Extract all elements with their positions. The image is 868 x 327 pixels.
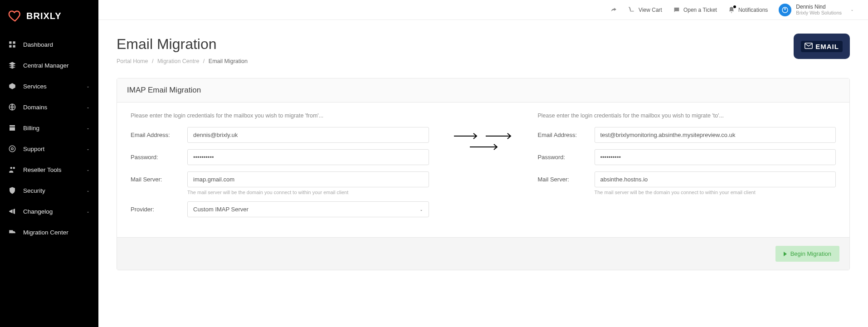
sidebar-item-label: Services [23, 83, 90, 90]
user-org: Brixly Web Solutions [796, 10, 842, 16]
sidebar-item-label: Security [23, 187, 90, 194]
from-mailserver-helper: The mail server will be the domain you c… [187, 190, 429, 195]
sidebar-item-domains[interactable]: Domains [0, 97, 98, 117]
svg-point-8 [13, 167, 15, 169]
user-name: Dennis Nind [796, 4, 842, 10]
open-ticket-button[interactable]: Open a Ticket [673, 6, 717, 14]
sidebar-item-label: Changelog [23, 208, 90, 215]
card-title: IMAP Email Migration [117, 78, 849, 102]
from-mailserver-input[interactable] [187, 171, 429, 187]
sidebar-item-changelog[interactable]: Changelog [0, 201, 98, 222]
truck-icon [8, 228, 16, 236]
sidebar-item-label: Central Manager [23, 62, 90, 69]
sidebar-item-label: Dashboard [23, 41, 90, 48]
breadcrumb-link[interactable]: Portal Home [117, 58, 148, 64]
svg-point-10 [13, 233, 15, 234]
email-badge-label: EMAIL [815, 43, 839, 50]
brand-heart-icon [8, 9, 22, 23]
dashboard-icon [8, 40, 16, 49]
reseller-tools-icon [8, 166, 16, 174]
to-column: Please enter the login credentials for t… [538, 112, 836, 224]
notifications-button[interactable]: Notifications [728, 6, 768, 14]
brand-logo[interactable]: BRIXLY [0, 5, 98, 34]
chevron-down-icon [86, 209, 90, 214]
share-button[interactable] [610, 6, 617, 14]
from-mailserver-label: Mail Server: [131, 176, 187, 183]
services-icon [8, 82, 16, 90]
shield-icon [8, 186, 16, 195]
breadcrumb: Portal Home / Migration Centre / Email M… [117, 58, 850, 64]
chevron-down-icon [86, 126, 90, 130]
sidebar-item-security[interactable]: Security [0, 180, 98, 201]
from-provider-select[interactable]: Custom IMAP Server [187, 201, 429, 217]
open-ticket-label: Open a Ticket [683, 7, 717, 13]
bullhorn-icon [8, 207, 16, 215]
to-mailserver-input[interactable] [595, 171, 836, 187]
to-mailserver-label: Mail Server: [538, 176, 595, 183]
chevron-down-icon [86, 188, 90, 193]
breadcrumb-sep: / [203, 58, 205, 64]
svg-point-5 [9, 146, 15, 152]
chevron-down-icon [86, 105, 90, 109]
central-manager-icon [8, 61, 16, 69]
email-badge: EMAIL [794, 34, 850, 59]
sidebar-item-reseller-tools[interactable]: Reseller Tools [0, 159, 98, 180]
chevron-down-icon [86, 84, 90, 88]
sidebar-item-label: Reseller Tools [23, 166, 90, 173]
breadcrumb-current: Email Migration [209, 58, 248, 64]
bell-icon [728, 6, 735, 14]
card-footer: Begin Migration [117, 237, 849, 270]
svg-rect-1 [13, 41, 15, 44]
from-password-label: Password: [131, 154, 187, 161]
ticket-icon [673, 6, 680, 14]
sidebar-nav: Dashboard Central Manager Services Domai… [0, 34, 98, 243]
sidebar-item-label: Support [23, 146, 90, 152]
support-icon [8, 145, 16, 153]
notifications-label: Notifications [738, 7, 768, 13]
mail-icon [805, 43, 813, 50]
migration-card: IMAP Email Migration Please enter the lo… [117, 78, 850, 270]
to-email-label: Email Address: [538, 132, 595, 138]
sidebar-item-migration-center[interactable]: Migration Center [0, 222, 98, 243]
share-icon [610, 6, 617, 14]
begin-migration-label: Begin Migration [790, 250, 831, 257]
sidebar-item-dashboard[interactable]: Dashboard [0, 34, 98, 55]
sidebar-item-services[interactable]: Services [0, 76, 98, 97]
svg-point-9 [10, 233, 11, 234]
page-title: Email Migration [117, 36, 850, 53]
svg-rect-2 [9, 45, 11, 48]
from-provider-label: Provider: [131, 206, 187, 213]
topbar: View Cart Open a Ticket Notifications De… [98, 0, 868, 20]
domains-icon [8, 103, 16, 111]
arrows-icon [443, 112, 524, 224]
svg-rect-0 [9, 41, 11, 44]
breadcrumb-link[interactable]: Migration Centre [157, 58, 199, 64]
from-column: Please enter the login credentials for t… [131, 112, 429, 224]
from-email-input[interactable] [187, 127, 429, 143]
sidebar-item-central-manager[interactable]: Central Manager [0, 55, 98, 76]
to-email-input[interactable] [595, 127, 836, 143]
to-mailserver-helper: The mail server will be the domain you c… [595, 190, 836, 195]
breadcrumb-sep: / [152, 58, 153, 64]
svg-point-6 [11, 148, 14, 150]
to-password-label: Password: [538, 154, 595, 161]
svg-point-7 [10, 167, 13, 169]
from-password-input[interactable] [187, 149, 429, 165]
begin-migration-button[interactable]: Begin Migration [775, 246, 839, 262]
chevron-down-icon [86, 146, 90, 151]
main: View Cart Open a Ticket Notifications De… [98, 0, 868, 327]
play-icon [784, 252, 787, 256]
sidebar: BRIXLY Dashboard Central Manager Service… [0, 0, 98, 327]
notification-dot-icon [733, 5, 736, 8]
view-cart-label: View Cart [639, 7, 662, 13]
to-password-input[interactable] [595, 149, 836, 165]
user-menu[interactable]: Dennis Nind Brixly Web Solutions [779, 4, 854, 16]
sidebar-item-support[interactable]: Support [0, 138, 98, 159]
chevron-down-icon [86, 167, 90, 172]
sidebar-item-label: Domains [23, 104, 90, 111]
brand-text: BRIXLY [26, 11, 62, 21]
sidebar-item-billing[interactable]: Billing [0, 117, 98, 138]
billing-icon [8, 124, 16, 132]
from-intro: Please enter the login credentials for t… [131, 112, 429, 119]
view-cart-button[interactable]: View Cart [628, 6, 662, 14]
